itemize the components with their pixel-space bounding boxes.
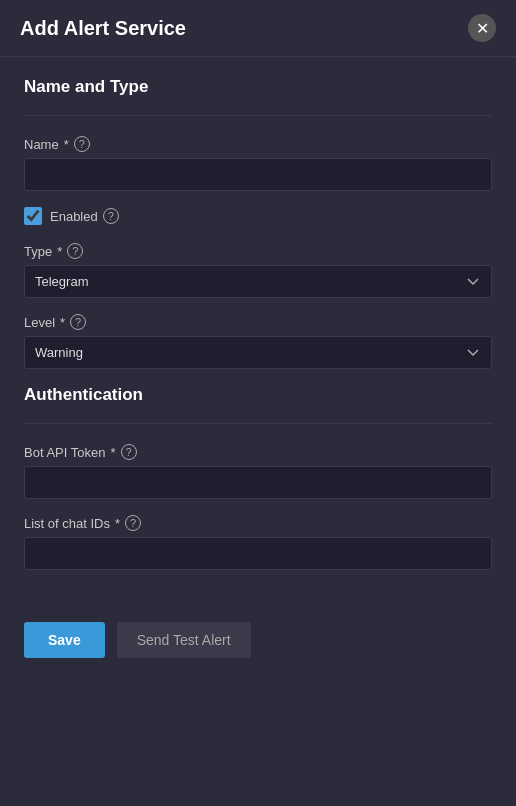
level-help-icon[interactable]: ? <box>70 314 86 330</box>
enabled-help-icon[interactable]: ? <box>103 208 119 224</box>
bot-api-token-help-icon[interactable]: ? <box>121 444 137 460</box>
authentication-title: Authentication <box>24 385 492 405</box>
level-select[interactable]: Warning Error Critical Info <box>24 336 492 369</box>
name-field-group: Name* ? <box>24 136 492 191</box>
enabled-checkbox[interactable] <box>24 207 42 225</box>
chat-ids-input[interactable] <box>24 537 492 570</box>
type-help-icon[interactable]: ? <box>67 243 83 259</box>
modal-title: Add Alert Service <box>20 17 186 40</box>
chat-ids-label: List of chat IDs* ? <box>24 515 492 531</box>
type-select[interactable]: Telegram Slack Email PagerDuty <box>24 265 492 298</box>
enabled-checkbox-group: Enabled ? <box>24 207 492 225</box>
bot-api-token-group: Bot API Token* ? <box>24 444 492 499</box>
authentication-section: Authentication Bot API Token* ? List of … <box>24 385 492 570</box>
chat-ids-group: List of chat IDs* ? <box>24 515 492 570</box>
footer-buttons: Save Send Test Alert <box>0 606 516 678</box>
modal-header: Add Alert Service ✕ <box>0 0 516 57</box>
auth-section-divider <box>24 423 492 424</box>
save-button[interactable]: Save <box>24 622 105 658</box>
bot-api-token-label: Bot API Token* ? <box>24 444 492 460</box>
enabled-label: Enabled ? <box>50 208 119 224</box>
name-and-type-title: Name and Type <box>24 77 492 97</box>
level-label: Level* ? <box>24 314 492 330</box>
name-label: Name* ? <box>24 136 492 152</box>
section-divider <box>24 115 492 116</box>
type-field-group: Type* ? Telegram Slack Email PagerDuty <box>24 243 492 298</box>
level-field-group: Level* ? Warning Error Critical Info <box>24 314 492 369</box>
type-label: Type* ? <box>24 243 492 259</box>
name-and-type-section: Name and Type Name* ? Enabled ? <box>24 77 492 369</box>
send-test-alert-button[interactable]: Send Test Alert <box>117 622 251 658</box>
name-help-icon[interactable]: ? <box>74 136 90 152</box>
close-button[interactable]: ✕ <box>468 14 496 42</box>
modal-body: Name and Type Name* ? Enabled ? <box>0 57 516 606</box>
chat-ids-help-icon[interactable]: ? <box>125 515 141 531</box>
add-alert-service-modal: Add Alert Service ✕ Name and Type Name* … <box>0 0 516 806</box>
bot-api-token-input[interactable] <box>24 466 492 499</box>
name-input[interactable] <box>24 158 492 191</box>
